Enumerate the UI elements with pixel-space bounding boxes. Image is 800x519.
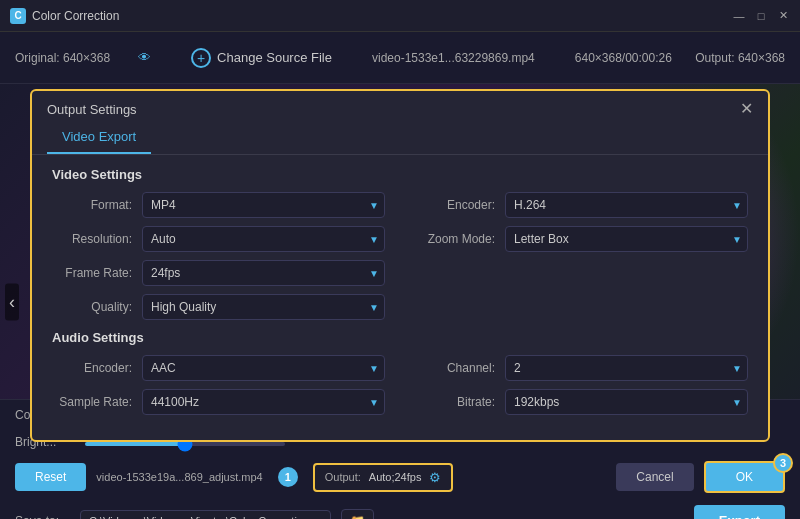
modal-tabs: Video Export <box>32 117 768 155</box>
app-title: Color Correction <box>32 9 119 23</box>
format-row: Format: MP4 AVI MOV ▼ <box>52 192 385 218</box>
right-action-buttons: Cancel OK 3 <box>616 461 785 493</box>
frame-rate-select[interactable]: 24fps 30fps <box>142 260 385 286</box>
modal-close-button[interactable]: ✕ <box>740 101 753 117</box>
output-settings-value: Auto;24fps <box>369 471 422 483</box>
channel-select[interactable]: 2 1 <box>505 355 748 381</box>
channel-select-wrapper: 2 1 ▼ <box>505 355 748 381</box>
browse-folder-button[interactable]: 📁 <box>341 509 374 520</box>
quality-row: Quality: High Quality Medium Quality ▼ <box>52 294 385 320</box>
badge-3: 3 <box>773 453 793 473</box>
file-name: video-1533e1...63229869.mp4 <box>372 51 535 65</box>
encoder-select[interactable]: H.264 H.265 <box>505 192 748 218</box>
cancel-button[interactable]: Cancel <box>616 463 693 491</box>
eye-icon[interactable]: 👁 <box>138 50 151 65</box>
audio-encoder-select[interactable]: AAC MP3 <box>142 355 385 381</box>
original-label: Original: 640×368 <box>15 51 110 65</box>
sample-rate-row: Sample Rate: 44100Hz 48000Hz ▼ <box>52 389 385 415</box>
bitrate-label: Bitrate: <box>415 395 495 409</box>
quality-select[interactable]: High Quality Medium Quality <box>142 294 385 320</box>
format-label: Format: <box>52 198 132 212</box>
modal-header: Output Settings ✕ <box>32 91 768 117</box>
frame-rate-row: Frame Rate: 24fps 30fps ▼ <box>52 260 385 286</box>
format-select-wrapper: MP4 AVI MOV ▼ <box>142 192 385 218</box>
sample-rate-label: Sample Rate: <box>52 395 132 409</box>
channel-row: Channel: 2 1 ▼ <box>415 355 748 381</box>
save-path-select[interactable]: C:\Vidmore\Vidmore Vi...rter\Color Corre… <box>80 510 331 520</box>
brightness-slider[interactable] <box>85 442 285 446</box>
app-icon: C <box>10 8 26 24</box>
reset-button[interactable]: Reset <box>15 463 86 491</box>
prev-button[interactable]: ‹ <box>5 283 19 320</box>
quality-select-wrapper: High Quality Medium Quality ▼ <box>142 294 385 320</box>
encoder-row: Encoder: H.264 H.265 ▼ <box>415 192 748 218</box>
output-settings-modal: Output Settings ✕ Video Export Video Set… <box>30 89 770 442</box>
output-label: Output: 640×368 <box>695 51 785 65</box>
maximize-button[interactable]: □ <box>754 9 768 23</box>
audio-settings-grid: Encoder: AAC MP3 ▼ Channel: 2 <box>52 355 748 415</box>
resolution-label: Resolution: <box>52 232 132 246</box>
resolution-select-wrapper: Auto 1080p ▼ <box>142 226 385 252</box>
channel-label: Channel: <box>415 361 495 375</box>
encoder-select-wrapper: H.264 H.265 ▼ <box>505 192 748 218</box>
save-row: Save to: C:\Vidmore\Vidmore Vi...rter\Co… <box>0 501 800 519</box>
audio-encoder-row: Encoder: AAC MP3 ▼ <box>52 355 385 381</box>
resolution-row: Resolution: Auto 1080p ▼ <box>52 226 385 252</box>
tab-video-export[interactable]: Video Export <box>47 125 151 154</box>
audio-encoder-label: Encoder: <box>52 361 132 375</box>
change-source-label: Change Source File <box>217 50 332 65</box>
window-controls: — □ ✕ <box>732 9 790 23</box>
output-settings-label: Output: <box>325 471 361 483</box>
toolbar: Original: 640×368 👁 + Change Source File… <box>0 32 800 84</box>
bitrate-select[interactable]: 192kbps 128kbps <box>505 389 748 415</box>
action-row: Reset video-1533e19a...869_adjust.mp4 1 … <box>0 453 800 501</box>
frame-rate-select-wrapper: 24fps 30fps ▼ <box>142 260 385 286</box>
audio-encoder-select-wrapper: AAC MP3 ▼ <box>142 355 385 381</box>
video-settings-grid: Format: MP4 AVI MOV ▼ Encoder: <box>52 192 748 320</box>
modal-body: Video Settings Format: MP4 AVI MOV ▼ <box>32 155 768 440</box>
zoom-mode-select-wrapper: Letter Box Pan & Scan ▼ <box>505 226 748 252</box>
save-label: Save to: <box>15 514 70 520</box>
title-bar: C Color Correction — □ ✕ <box>0 0 800 32</box>
encoder-label: Encoder: <box>415 198 495 212</box>
sample-rate-select[interactable]: 44100Hz 48000Hz <box>142 389 385 415</box>
frame-rate-label: Frame Rate: <box>52 266 132 280</box>
file-meta: 640×368/00:00:26 <box>575 51 672 65</box>
zoom-mode-label: Zoom Mode: <box>415 232 495 246</box>
export-button[interactable]: Export <box>694 505 785 519</box>
plus-icon: + <box>191 48 211 68</box>
video-settings-title: Video Settings <box>52 167 748 182</box>
sample-rate-select-wrapper: 44100Hz 48000Hz ▼ <box>142 389 385 415</box>
output-file-text: video-1533e19a...869_adjust.mp4 <box>96 471 262 483</box>
quality-label: Quality: <box>52 300 132 314</box>
zoom-mode-select[interactable]: Letter Box Pan & Scan <box>505 226 748 252</box>
bitrate-select-wrapper: 192kbps 128kbps ▼ <box>505 389 748 415</box>
change-source-button[interactable]: + Change Source File <box>191 48 332 68</box>
output-info: video-1533e19a...869_adjust.mp4 1 Output… <box>96 463 606 492</box>
gear-icon[interactable]: ⚙ <box>429 470 441 485</box>
main-area: ‹ Output Settings ✕ Video Export Video S… <box>0 84 800 519</box>
audio-settings-title: Audio Settings <box>52 330 748 345</box>
bitrate-row: Bitrate: 192kbps 128kbps ▼ <box>415 389 748 415</box>
modal-title: Output Settings <box>47 102 137 117</box>
output-settings-box: Output: Auto;24fps ⚙ <box>313 463 454 492</box>
badge-1: 1 <box>278 467 298 487</box>
zoom-mode-row: Zoom Mode: Letter Box Pan & Scan ▼ <box>415 226 748 252</box>
resolution-select[interactable]: Auto 1080p <box>142 226 385 252</box>
minimize-button[interactable]: — <box>732 9 746 23</box>
close-button[interactable]: ✕ <box>776 9 790 23</box>
format-select[interactable]: MP4 AVI MOV <box>142 192 385 218</box>
